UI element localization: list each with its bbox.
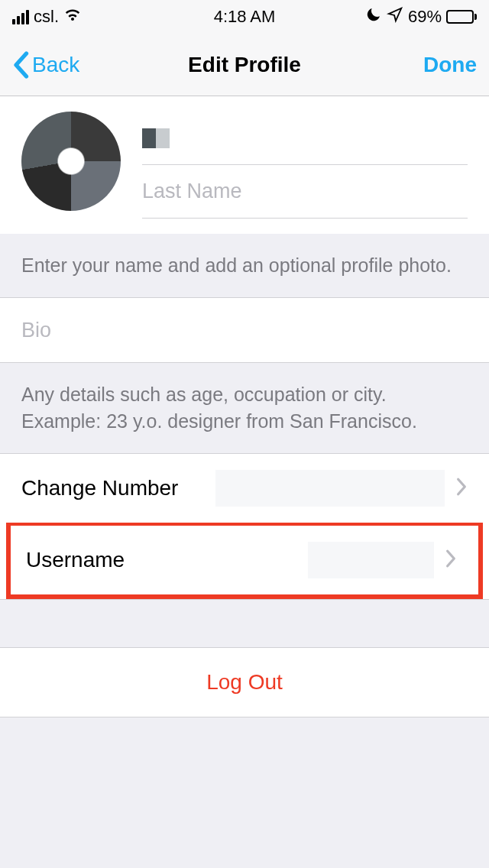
profile-section <box>0 96 489 234</box>
username-label: Username <box>26 548 308 572</box>
nav-bar: Back Edit Profile Done <box>0 34 489 96</box>
status-left: csl. <box>12 5 82 28</box>
bio-cell[interactable] <box>0 298 489 362</box>
logout-label: Log Out <box>206 670 283 695</box>
page-title: Edit Profile <box>188 53 301 77</box>
back-label: Back <box>32 53 79 77</box>
logout-group: Log Out <box>0 647 489 717</box>
avatar[interactable] <box>21 112 121 211</box>
highlight-annotation: Username <box>6 521 483 599</box>
status-bar: csl. 4:18 AM 69% <box>0 0 489 34</box>
battery-percent: 69% <box>408 7 442 27</box>
change-number-label: Change Number <box>21 476 215 500</box>
account-group: Change Number Username <box>0 453 489 600</box>
chevron-left-icon <box>12 51 29 79</box>
bio-helper-text: Any details such as age, occupation or c… <box>0 363 489 453</box>
logout-button[interactable]: Log Out <box>0 648 489 717</box>
redacted-username <box>308 542 434 578</box>
name-helper-text: Enter your name and add an optional prof… <box>0 234 489 297</box>
bio-group <box>0 297 489 363</box>
chevron-right-icon <box>445 549 457 572</box>
location-icon <box>387 6 403 28</box>
first-name-field[interactable] <box>142 112 468 165</box>
back-button[interactable]: Back <box>12 51 79 79</box>
spacer <box>0 600 489 647</box>
status-time: 4:18 AM <box>214 7 276 27</box>
done-button[interactable]: Done <box>423 53 477 77</box>
do-not-disturb-icon <box>365 6 382 28</box>
redacted-phone-number <box>215 470 445 507</box>
signal-icon <box>12 10 29 24</box>
last-name-field[interactable] <box>142 165 468 219</box>
avatar-image <box>21 112 121 211</box>
carrier-label: csl. <box>34 7 59 27</box>
wifi-icon <box>63 5 82 28</box>
username-row[interactable]: Username <box>11 526 478 594</box>
name-fields <box>142 112 468 219</box>
status-right: 69% <box>365 6 477 28</box>
redacted-first-name <box>142 128 170 148</box>
battery-icon <box>446 10 477 24</box>
change-number-row[interactable]: Change Number <box>0 454 489 523</box>
bio-field[interactable] <box>21 319 468 342</box>
chevron-right-icon <box>455 477 468 500</box>
